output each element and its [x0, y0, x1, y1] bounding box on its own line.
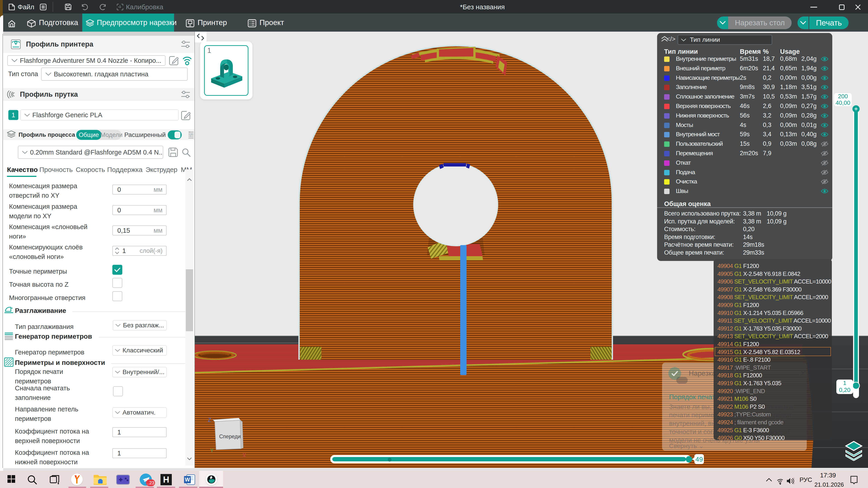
svg-text:W: W	[185, 477, 190, 483]
